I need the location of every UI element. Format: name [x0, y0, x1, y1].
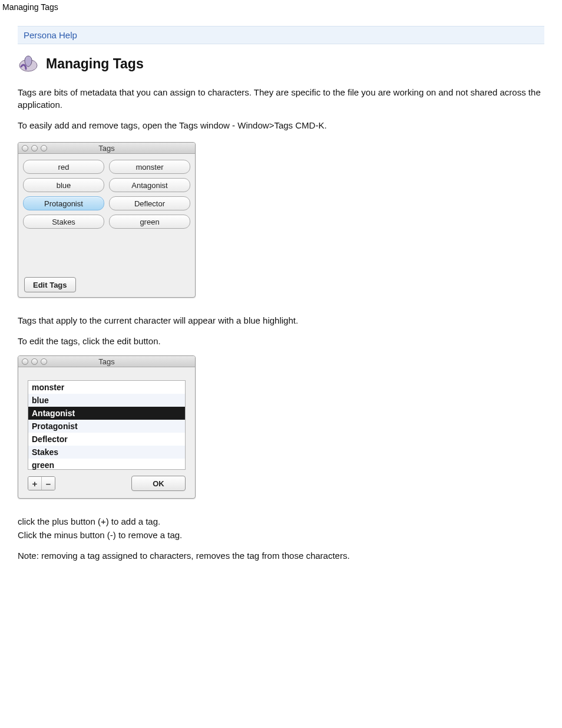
tags-window: Tags red monster blue Antagonist Protago… — [18, 142, 196, 298]
breadcrumb-link-persona-help[interactable]: Persona Help — [24, 30, 77, 40]
remove-tag-button[interactable]: – — [41, 477, 55, 490]
tag-pill-stakes[interactable]: Stakes — [23, 215, 104, 229]
title-row: Managing Tags — [18, 52, 544, 75]
tag-pill-antagonist[interactable]: Antagonist — [109, 178, 190, 192]
edit-window-body: monster blue Antagonist Protagonist Defl… — [18, 367, 195, 498]
edit-window-title: Tags — [18, 357, 195, 366]
list-item[interactable]: Deflector — [28, 433, 185, 446]
edit-window-footer: + – OK — [28, 470, 186, 491]
tag-grid: red monster blue Antagonist Protagonist … — [23, 160, 190, 229]
intro-paragraph-1: Tags are bits of metadata that you can a… — [18, 86, 544, 111]
add-tag-button[interactable]: + — [28, 477, 41, 490]
persona-app-icon — [18, 52, 39, 75]
page-header-label: Managing Tags — [0, 0, 562, 13]
list-item[interactable]: Protagonist — [28, 420, 185, 433]
list-item[interactable]: monster — [28, 381, 185, 394]
page-title: Managing Tags — [46, 56, 144, 72]
remove-warning: Note: removing a tag assigned to charact… — [18, 549, 544, 562]
tag-pill-monster[interactable]: monster — [109, 160, 190, 174]
tags-window-bottom-bar: Edit Tags — [23, 275, 190, 292]
list-item[interactable]: blue — [28, 394, 185, 407]
tag-pill-blue[interactable]: blue — [23, 178, 104, 192]
edit-tags-button[interactable]: Edit Tags — [24, 277, 76, 292]
tags-window-title: Tags — [18, 144, 195, 153]
edit-instruction: To edit the tags, click the edit button. — [18, 335, 544, 347]
edit-tags-window: Tags monster blue Antagonist Protagonist… — [18, 355, 196, 499]
tags-window-titlebar: Tags — [18, 143, 195, 154]
tag-pill-red[interactable]: red — [23, 160, 104, 174]
highlight-note: Tags that apply to the current character… — [18, 314, 544, 327]
minus-note: Click the minus button (-) to remove a t… — [18, 529, 544, 541]
edit-window-titlebar: Tags — [18, 356, 195, 367]
tag-pill-protagonist[interactable]: Protagonist — [23, 196, 104, 210]
document-content: Persona Help Managing Tags Tags are bits… — [0, 13, 562, 588]
intro-paragraph-2: To easily add and remove tags, open the … — [18, 119, 544, 131]
plus-note: click the plus button (+) to add a tag. — [18, 515, 544, 528]
tags-window-body: red monster blue Antagonist Protagonist … — [18, 154, 195, 297]
list-item[interactable]: Stakes — [28, 446, 185, 459]
tag-pill-green[interactable]: green — [109, 215, 190, 229]
list-item[interactable]: Antagonist — [28, 407, 185, 420]
breadcrumb-bar: Persona Help — [18, 26, 544, 44]
list-item[interactable]: green — [28, 459, 185, 469]
tags-list: monster blue Antagonist Protagonist Defl… — [28, 380, 186, 470]
ok-button[interactable]: OK — [131, 476, 186, 491]
plus-minus-group: + – — [28, 476, 55, 490]
tag-pill-deflector[interactable]: Deflector — [109, 196, 190, 210]
